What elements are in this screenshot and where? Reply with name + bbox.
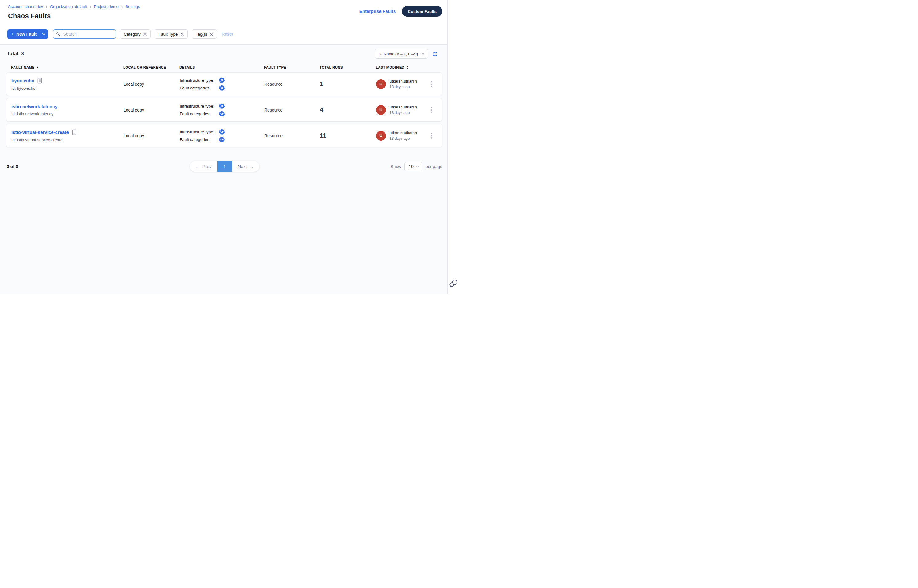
- local-or-reference-value: Local copy: [123, 133, 180, 138]
- fault-name-link[interactable]: istio-virtual-service-create: [11, 130, 69, 135]
- chevron-down-icon: [42, 33, 45, 35]
- new-fault-button[interactable]: + New Fault: [7, 29, 40, 39]
- fault-id: Id: istio-virtual-service-create: [11, 137, 123, 142]
- column-label: LAST MODIFIED: [376, 65, 404, 69]
- table-header-row: FAULT NAME ▲ LOCAL OR REFERENCE DETAILS …: [6, 65, 443, 69]
- modified-time: 13 days ago: [390, 136, 417, 141]
- fault-name-cell: byoc-echo Id: byoc-echo: [11, 78, 123, 90]
- breadcrumb-organization[interactable]: Organization: default: [50, 4, 87, 9]
- kubernetes-icon: [219, 103, 225, 109]
- fault-name-link[interactable]: istio-network-latency: [11, 104, 57, 109]
- filter-chips: Category Fault Type Tag(s): [120, 29, 217, 39]
- table-row[interactable]: istio-virtual-service-create Id: istio-v…: [6, 124, 443, 147]
- column-header-total-runs: TOTAL RUNS: [320, 65, 376, 69]
- new-fault-dropdown-toggle[interactable]: [40, 29, 48, 39]
- table-row[interactable]: istio-network-latency Id: istio-network-…: [6, 98, 443, 122]
- last-modified-cell: U utkarsh.utkarsh 13 days ago: [376, 105, 442, 115]
- avatar: U: [376, 105, 386, 115]
- kubernetes-icon: [219, 129, 225, 134]
- column-label: FAULT NAME: [11, 65, 34, 69]
- close-icon[interactable]: [181, 33, 184, 36]
- arrow-right-icon: →: [249, 164, 254, 169]
- row-menu-button[interactable]: [430, 106, 433, 114]
- total-runs-value: 11: [320, 132, 376, 139]
- pagination-footer: 3 of 3 ← Prev 1 Next → Show 10: [0, 161, 447, 172]
- fault-id: Id: istio-network-latency: [11, 111, 123, 116]
- filter-chip-fault-type[interactable]: Fault Type: [155, 29, 188, 39]
- last-modified-cell: U utkarsh.utkarsh 13 days ago: [376, 79, 442, 89]
- fault-type-value: Resource: [264, 108, 320, 112]
- chevron-down-icon: [416, 166, 419, 168]
- infrastructure-type-label: Infrastructure type:: [180, 104, 219, 108]
- description-icon[interactable]: [37, 78, 42, 84]
- row-menu-button[interactable]: [430, 80, 433, 88]
- reset-filters-button[interactable]: Reset: [221, 32, 233, 37]
- fault-name-cell: istio-network-latency Id: istio-network-…: [11, 104, 123, 116]
- column-header-last-modified[interactable]: LAST MODIFIED ▲▼: [376, 65, 443, 69]
- search-icon: [56, 32, 60, 37]
- total-runs-value: 1: [320, 81, 376, 87]
- local-or-reference-value: Local copy: [123, 108, 180, 112]
- modified-time: 13 days ago: [390, 85, 417, 89]
- refresh-icon: [432, 51, 438, 57]
- close-icon[interactable]: [210, 33, 213, 36]
- close-icon[interactable]: [144, 33, 147, 36]
- right-rail: [447, 0, 459, 294]
- modified-by: utkarsh.utkarsh: [390, 79, 417, 84]
- column-label: FAULT TYPE: [264, 65, 286, 69]
- modified-time: 13 days ago: [390, 111, 417, 115]
- filter-chip-tags[interactable]: Tag(s): [192, 29, 217, 39]
- table-row[interactable]: byoc-echo Id: byoc-echo Local copy Infra…: [6, 72, 443, 96]
- sort-updown-icon: ↑↓: [378, 52, 381, 56]
- column-header-details: DETAILS: [179, 65, 264, 69]
- page-size-control: Show 10 per page: [391, 162, 443, 171]
- last-modified-cell: U utkarsh.utkarsh 13 days ago: [376, 131, 442, 141]
- kubernetes-icon: [219, 137, 225, 142]
- chevron-right-icon: ›: [90, 5, 91, 9]
- infrastructure-type-label: Infrastructure type:: [180, 130, 219, 134]
- page-size-value: 10: [409, 164, 414, 169]
- infrastructure-type-label: Infrastructure type:: [180, 78, 219, 82]
- current-page-button[interactable]: 1: [217, 161, 232, 172]
- description-icon[interactable]: [72, 129, 76, 135]
- column-label: DETAILS: [179, 65, 195, 69]
- search-input[interactable]: [63, 32, 113, 37]
- enterprise-faults-link[interactable]: Enterprise Faults: [359, 9, 396, 14]
- fault-name-link[interactable]: byoc-echo: [11, 78, 34, 83]
- column-label: LOCAL OR REFERENCE: [123, 65, 166, 69]
- pagination: ← Prev 1 Next →: [190, 161, 259, 172]
- kubernetes-icon: [219, 85, 225, 90]
- breadcrumb-account[interactable]: Account: chaos-dev: [8, 4, 43, 9]
- page-size-dropdown[interactable]: 10: [404, 162, 422, 171]
- modified-by: utkarsh.utkarsh: [390, 131, 417, 135]
- next-page-button[interactable]: Next →: [232, 161, 259, 172]
- filter-chip-category[interactable]: Category: [120, 29, 150, 39]
- chip-label: Fault Type: [158, 32, 178, 37]
- modified-by: utkarsh.utkarsh: [390, 105, 417, 109]
- column-header-fault-name[interactable]: FAULT NAME ▲: [11, 65, 123, 69]
- page-header: Account: chaos-dev › Organization: defau…: [0, 0, 447, 24]
- refresh-button[interactable]: [432, 51, 438, 57]
- sort-dropdown[interactable]: ↑↓ Name (A→Z, 0→9): [375, 49, 428, 59]
- main-column: Account: chaos-dev › Organization: defau…: [0, 0, 447, 294]
- page-summary: 3 of 3: [7, 164, 190, 169]
- table-body: byoc-echo Id: byoc-echo Local copy Infra…: [6, 72, 443, 147]
- show-label: Show: [391, 164, 401, 169]
- column-header-fault-type: FAULT TYPE: [264, 65, 320, 69]
- controls-right: ↑↓ Name (A→Z, 0→9): [375, 49, 438, 59]
- chevron-right-icon: ›: [121, 5, 123, 9]
- header-actions: Enterprise Faults Custom Faults: [359, 6, 443, 16]
- row-menu-button[interactable]: [430, 131, 433, 140]
- sort-value: Name (A→Z, 0→9): [384, 52, 418, 56]
- fault-categories-label: Fault categories:: [180, 111, 219, 116]
- per-page-label: per page: [425, 164, 443, 169]
- next-label: Next: [238, 164, 247, 169]
- breadcrumb-project[interactable]: Project: demo: [94, 4, 119, 9]
- breadcrumb-settings[interactable]: Settings: [125, 4, 140, 9]
- help-chat-button[interactable]: [449, 279, 458, 289]
- custom-faults-button[interactable]: Custom Faults: [402, 6, 443, 16]
- column-label: TOTAL RUNS: [320, 65, 343, 69]
- search-box: [53, 29, 116, 39]
- list-controls: Total: 3 ↑↓ Name (A→Z, 0→9): [7, 49, 438, 59]
- prev-page-button[interactable]: ← Prev: [190, 161, 217, 172]
